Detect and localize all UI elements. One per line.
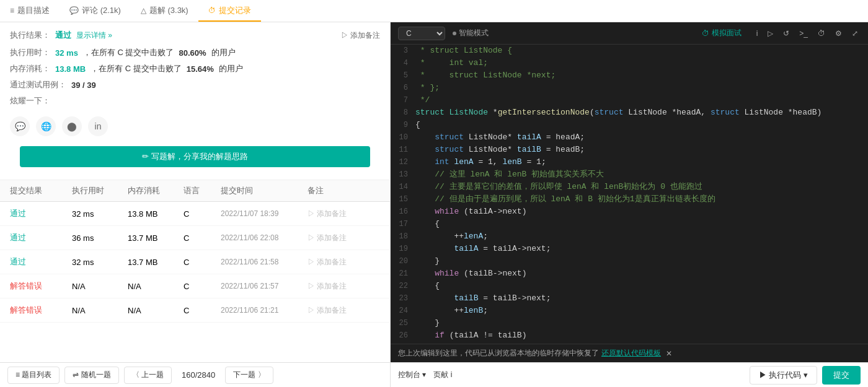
line-number: 13 [391,168,415,181]
line-number: 8 [391,107,415,119]
submission-mem: 13.7 MB [128,233,184,243]
code-line: 19 tailA = tailA->next; [391,243,868,255]
add-note-link[interactable]: ▷ 添加备注 [308,305,357,316]
submission-status[interactable]: 解答错误 [10,305,72,316]
table-row: 解答错误N/AN/AC2022/11/06 21:21▷ 添加备注 [0,298,390,323]
time-suffix: 的用户 [211,47,236,58]
submit-code-button[interactable]: 提交 [822,366,861,385]
console-button[interactable]: 控制台 ▾ [398,370,426,380]
tab-solutions[interactable]: △ 题解 (3.3k) [131,0,198,22]
code-line: 13 // 这里 lenA 和 lenB 初始值其实关系不大 [391,168,868,181]
run-code-button[interactable]: ▶ 执行代码 ▾ [750,366,817,385]
code-line: 11 struct ListNode* tailB = headB; [391,144,868,156]
editor-nav: 控制台 ▾ 页献 i ▶ 执行代码 ▾ 提交 [391,362,868,387]
submission-timestamp: 2022/11/06 21:57 [221,282,308,290]
terminal-icon-btn[interactable]: >_ [797,28,810,39]
submission-lang: C [184,282,221,291]
problem-list-button[interactable]: ≡ 题目列表 [7,367,60,384]
time-desc: ，在所有 C 提交中击败了 [83,47,174,58]
line-number: 5 [391,69,415,82]
submission-lang: C [184,258,221,267]
line-number: 18 [391,230,415,243]
prev-problem-button[interactable]: 〈 上一题 [124,367,172,384]
result-status: 通过 [55,30,71,41]
line-number: 9 [391,119,415,131]
line-number: 19 [391,243,415,255]
notification-bar: 您上次编辑到这里，代码已从浏览器本地的临时存储中恢复了 还原默认代码模板 ✕ [391,344,868,362]
tab-solutions-label: 题解 (3.3k) [149,5,188,16]
code-line: 15 // 但是由于是遍历到尾，所以 lenA 和 B 初始化为1是真正算出链表… [391,193,868,206]
code-line: 5 * struct ListNode *next; [391,69,868,82]
submission-mem: N/A [128,282,184,291]
code-line: 7 */ [391,94,868,107]
douban-icon[interactable]: ⬤ [62,116,82,136]
add-note-button[interactable]: ▷ 添加备注 [341,30,380,41]
ai-mode-button[interactable]: 智能模式 [453,28,489,38]
close-notification-button[interactable]: ✕ [666,349,672,358]
tab-comments[interactable]: 💬 评论 (2.1k) [60,0,131,22]
submission-timestamp: 2022/11/06 22:08 [221,233,308,242]
line-number: 6 [391,82,415,94]
submission-lang: C [184,306,221,315]
next-problem-button[interactable]: 下一题 〉 [225,367,273,384]
add-note-link[interactable]: ▷ 添加备注 [308,257,357,267]
line-number: 16 [391,206,415,218]
table-row: 通过36 ms13.7 MBC2022/11/06 22:08▷ 添加备注 [0,226,390,250]
language-selector[interactable]: C C++ Python Java [398,27,445,40]
submission-timestamp: 2022/11/07 18:39 [221,209,308,218]
mem-pct: 15.64% [187,64,214,74]
share-icons-row: 💬 🌐 ⬤ in [10,111,380,141]
line-content: { [415,119,868,131]
code-line: 24 ++lenB; [391,305,868,317]
contrib-button[interactable]: 页献 i [433,370,452,380]
random-problem-button[interactable]: ⇌ 随机一题 [64,367,118,384]
code-line: 18 ++lenA; [391,230,868,243]
submission-time: 36 ms [72,233,128,243]
line-content: tailB = tailB->next; [415,292,868,305]
wechat-icon[interactable]: 💬 [10,116,30,136]
add-note-link[interactable]: ▷ 添加备注 [308,209,357,219]
main-content: 执行结果： 通过 显示详情 » ▷ 添加备注 执行用时： 32 ms ，在所有 … [0,22,868,387]
info-icon-btn[interactable]: i [754,28,761,39]
col-mem: 内存消耗 [128,185,184,196]
detail-link[interactable]: 显示详情 » [76,30,112,41]
tab-description[interactable]: ≡ 题目描述 [0,0,60,22]
notification-text: 您上次编辑到这里，代码已从浏览器本地的临时存储中恢复了 [398,348,599,359]
left-panel: 执行结果： 通过 显示详情 » ▷ 添加备注 执行用时： 32 ms ，在所有 … [0,22,391,387]
submission-status[interactable]: 通过 [10,256,72,267]
add-note-link[interactable]: ▷ 添加备注 [308,233,357,243]
weibo-icon[interactable]: 🌐 [36,116,56,136]
code-editor-area[interactable]: 3 * struct ListNode {4 * int val;5 * str… [391,45,868,344]
table-row: 通过32 ms13.8 MBC2022/11/07 18:39▷ 添加备注 [0,202,390,226]
line-content: while (tailA->next) [415,206,868,218]
table-row: 解答错误N/AN/AC2022/11/06 21:57▷ 添加备注 [0,274,390,298]
resize-icon-btn[interactable]: ⤢ [849,28,861,39]
restore-link[interactable]: 还原默认代码模板 [601,348,661,359]
code-line: 26 if (tailA != tailB) [391,329,868,342]
submission-status[interactable]: 通过 [10,232,72,243]
submission-lang: C [184,233,221,243]
submission-status[interactable]: 解答错误 [10,280,72,292]
code-line: 25 } [391,317,868,329]
line-number: 10 [391,131,415,144]
tab-submissions[interactable]: ⏱ 提交记录 [198,0,261,22]
line-number: 22 [391,280,415,292]
submission-status[interactable]: 通过 [10,208,72,219]
mock-interview-button[interactable]: ⏱ 模拟面试 [702,28,742,38]
mem-value: 13.8 MB [55,64,86,74]
code-line: 9{ [391,119,868,131]
write-solution-button[interactable]: ✏ 写题解，分享我的解题思路 [20,146,370,167]
add-note-link[interactable]: ▷ 添加备注 [308,281,357,292]
description-icon: ≡ [10,6,14,15]
linkedin-icon[interactable]: in [88,116,108,136]
refresh-icon-btn[interactable]: ↺ [781,28,792,39]
line-number: 11 [391,144,415,156]
play-icon-btn[interactable]: ▷ [765,28,776,39]
code-line: 4 * int val; [391,57,868,69]
line-number: 20 [391,255,415,267]
mem-desc: ，在所有 C 提交中击败了 [91,63,182,74]
page-info: 160/2840 [182,370,215,380]
editor-toolbar: C C++ Python Java 智能模式 ⏱ 模拟面试 i ▷ ↺ >_ ⏱… [391,22,868,45]
tab-comments-label: 评论 (2.1k) [82,5,121,16]
settings-icon-btn[interactable]: ⚙ [833,28,844,39]
